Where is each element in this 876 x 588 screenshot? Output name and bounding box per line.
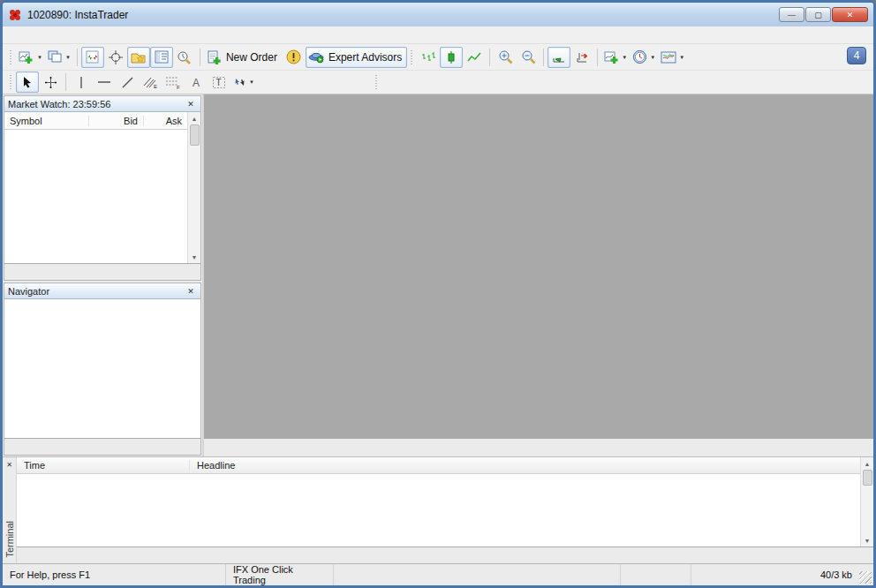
fibonacci-icon: F [165,75,181,89]
important-news-button[interactable] [283,47,306,68]
expert-advisors-label: Expert Advisors [326,51,404,64]
notification-badge[interactable]: 4 [847,47,866,64]
line-chart-button[interactable] [463,47,486,68]
terminal-close-icon[interactable]: ✕ [4,459,15,470]
periods-button[interactable]: ▼ [630,47,658,68]
column-header-symbol[interactable]: Symbol [4,116,89,126]
left-panel-column: Market Watch: 23:59:56 ✕ Symbol Bid Ask … [3,94,204,456]
toolbar-grip[interactable] [9,49,13,66]
terminal-toggle-button[interactable] [150,47,173,68]
new-chart-button[interactable]: ▼ [16,47,45,68]
market-watch-tabs [4,263,200,280]
svg-text:A: A [193,77,200,89]
column-header-time[interactable]: Time [17,460,190,471]
market-watch-close-icon[interactable]: ✕ [185,98,197,109]
tester-magnifier-icon [177,50,192,64]
new-order-button[interactable]: New Order [204,47,283,68]
bar-chart-icon [421,50,435,64]
trendline-icon [121,76,134,89]
new-order-icon [207,50,223,64]
market-watch-header: Market Watch: 23:59:56 ✕ [4,96,200,112]
status-help-text: For Help, press F1 [3,564,226,585]
profiles-button[interactable]: ▼ [45,47,73,68]
chart-shift-button[interactable] [570,47,593,68]
zoom-out-icon [521,49,536,64]
window-maximize-button[interactable]: ▢ [805,7,831,22]
svg-text:F: F [177,85,180,90]
warning-icon [286,49,301,64]
toolbar-grip[interactable] [9,73,13,91]
navigator-close-icon[interactable]: ✕ [185,285,197,297]
svg-text:T: T [216,78,222,87]
zoom-in-icon [498,49,513,64]
cursor-tool-button[interactable] [16,72,39,93]
window-close-button[interactable]: ✕ [832,7,868,22]
trendline-tool-button[interactable] [116,72,139,93]
toolbar-standard: ▼ ▼ New Order Exper [3,44,873,71]
title-bar: 1020890: InstaTrader — ▢ ✕ [3,3,873,26]
templates-button[interactable]: ▼ [658,47,687,68]
text-icon: A [191,76,202,88]
market-watch-toggle-button[interactable] [81,47,104,68]
market-watch-scrollbar[interactable]: ▲ ▼ [187,112,200,263]
news-column-headers[interactable]: Time Headline [17,457,860,474]
crosshair-tool-icon [44,76,57,89]
dropdown-arrow-icon: ▼ [679,55,684,60]
market-watch-panel: Market Watch: 23:59:56 ✕ Symbol Bid Ask … [4,95,201,281]
equidistant-channel-tool-button[interactable]: E [139,72,162,93]
menu-bar [3,26,873,44]
arrows-tool-button[interactable]: ▼ [230,72,257,93]
zoom-out-button[interactable] [517,47,540,68]
indicators-icon [604,50,619,64]
toolbar-grip[interactable] [374,73,379,91]
profiles-icon [48,50,63,64]
candlestick-chart-button[interactable] [440,47,463,68]
column-header-bid[interactable]: Bid [89,116,144,126]
app-logo-icon [8,8,22,22]
cursor-icon [22,76,33,88]
candlestick-icon [445,50,457,64]
vertical-line-tool-button[interactable] [70,72,93,93]
scroll-up-icon[interactable]: ▲ [189,112,200,124]
indicators-button[interactable]: ▼ [601,47,630,68]
dropdown-arrow-icon: ▼ [249,79,254,85]
navigator-toggle-button[interactable] [127,47,150,68]
market-watch-table: Symbol Bid Ask [4,112,187,263]
terminal-tabs [17,547,873,563]
horizontal-line-tool-button[interactable] [93,72,116,93]
bar-chart-button[interactable] [417,47,440,68]
auto-scroll-icon [552,50,566,64]
market-watch-column-headers[interactable]: Symbol Bid Ask [4,112,187,130]
scrollbar-thumb[interactable] [190,124,200,146]
resize-grip[interactable] [859,571,872,584]
auto-scroll-button[interactable] [548,47,570,68]
toolbar-grip[interactable] [410,49,414,66]
status-mode-text: IFX One Click Trading [226,564,334,585]
dropdown-arrow-icon: ▼ [622,55,627,60]
expert-advisors-button[interactable]: Expert Advisors [306,47,407,68]
data-window-button[interactable] [104,47,127,68]
strategy-tester-button[interactable] [173,47,196,68]
column-header-ask[interactable]: Ask [144,116,187,126]
clock-icon [632,49,647,64]
fibonacci-tool-button[interactable]: F [162,72,185,93]
horizontal-line-icon [97,78,111,87]
scroll-up-icon[interactable]: ▲ [862,457,873,470]
new-order-label: New Order [223,51,280,64]
column-header-headline[interactable]: Headline [190,460,860,471]
dropdown-arrow-icon: ▼ [65,55,71,60]
text-tool-button[interactable]: A [185,72,208,93]
scrollbar-thumb[interactable] [863,470,872,486]
news-scrollbar[interactable]: ▲ ▼ [860,457,873,547]
window-minimize-button[interactable]: — [779,7,804,22]
market-watch-icon [86,50,100,64]
text-label-tool-button[interactable]: T [208,72,230,93]
zoom-in-button[interactable] [494,47,517,68]
window-title: 1020890: InstaTrader [27,9,128,21]
arrows-icon [233,76,246,88]
scroll-down-icon[interactable]: ▼ [862,534,873,547]
scroll-down-icon[interactable]: ▼ [189,251,200,263]
crosshair-tool-button[interactable] [39,72,62,93]
navigator-tree [4,299,200,438]
channel-icon: E [142,75,158,89]
